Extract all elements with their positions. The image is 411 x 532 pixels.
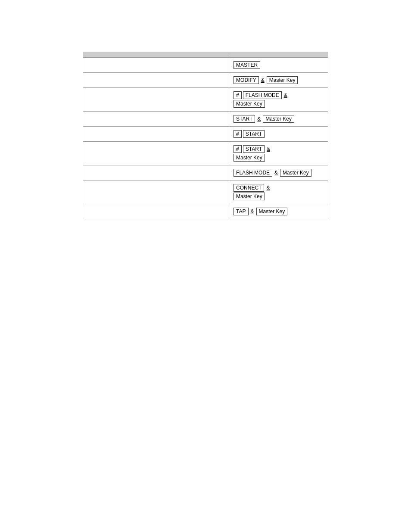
key-line-4-0: #START	[234, 130, 324, 138]
cell-right-2: #FLASH MODE&Master Key	[229, 88, 328, 112]
table-row: TAP&Master Key	[83, 204, 328, 219]
key-item-5-1-0: Master Key	[234, 154, 265, 162]
cell-right-8: TAP&Master Key	[229, 204, 328, 219]
key-line-5-0: #START&	[234, 145, 324, 153]
cell-right-1: MODIFY&Master Key	[229, 73, 328, 88]
cell-right-6: FLASH MODE&Master Key	[229, 165, 328, 180]
cell-left-1	[83, 73, 229, 88]
table-wrapper: MASTERMODIFY&Master Key#FLASH MODE&Maste…	[83, 52, 328, 219]
table-row: #FLASH MODE&Master Key	[83, 88, 328, 112]
table-row: #START	[83, 127, 328, 142]
main-table: MASTERMODIFY&Master Key#FLASH MODE&Maste…	[83, 52, 328, 219]
key-line-5-1: Master Key	[234, 154, 324, 162]
key-line-2-0: #FLASH MODE&	[234, 91, 324, 99]
cell-left-7	[83, 180, 229, 204]
key-line-7-0: CONNECT&	[234, 184, 324, 192]
cell-left-2	[83, 88, 229, 112]
key-item-0-0-0: MASTER	[234, 61, 260, 69]
col-header-left	[83, 52, 229, 58]
key-item-7-0-0: CONNECT	[234, 184, 264, 192]
cell-left-0	[83, 58, 229, 73]
cell-left-3	[83, 112, 229, 127]
cell-left-4	[83, 127, 229, 142]
key-line-3-0: START&Master Key	[234, 115, 324, 123]
key-line-2-1: Master Key	[234, 100, 324, 108]
key-item-8-0-0: TAP	[234, 208, 248, 215]
key-item-3-0-2: Master Key	[263, 115, 294, 123]
key-item-5-0-0: #	[234, 145, 242, 153]
cell-right-3: START&Master Key	[229, 112, 328, 127]
cell-right-4: #START	[229, 127, 328, 142]
key-item-8-0-1: &	[251, 208, 254, 215]
key-line-7-1: Master Key	[234, 193, 324, 200]
key-item-5-0-1: START	[243, 145, 265, 153]
key-item-3-0-0: START	[234, 115, 255, 123]
key-item-6-0-2: Master Key	[280, 169, 311, 177]
key-line-1-0: MODIFY&Master Key	[234, 76, 324, 84]
key-item-8-0-2: Master Key	[256, 208, 288, 215]
key-item-4-0-1: START	[243, 130, 265, 138]
cell-right-5: #START&Master Key	[229, 142, 328, 165]
table-row: MODIFY&Master Key	[83, 73, 328, 88]
key-item-1-0-2: Master Key	[267, 76, 298, 84]
key-line-8-0: TAP&Master Key	[234, 208, 324, 215]
key-item-6-0-0: FLASH MODE	[234, 169, 272, 177]
cell-left-5	[83, 142, 229, 165]
key-item-1-0-1: &	[261, 77, 265, 83]
table-row: MASTER	[83, 58, 328, 73]
key-item-7-1-0: Master Key	[234, 193, 265, 200]
cell-left-8	[83, 204, 229, 219]
key-item-2-0-1: FLASH MODE	[243, 91, 282, 99]
table-row: FLASH MODE&Master Key	[83, 165, 328, 180]
key-item-4-0-0: #	[234, 130, 242, 138]
key-item-6-0-1: &	[274, 170, 278, 176]
key-item-5-0-2: &	[267, 146, 270, 152]
key-line-6-0: FLASH MODE&Master Key	[234, 169, 324, 177]
key-item-2-0-2: &	[284, 92, 287, 98]
key-item-7-0-1: &	[266, 185, 270, 191]
key-line-0-0: MASTER	[234, 61, 324, 69]
page-container: MASTERMODIFY&Master Key#FLASH MODE&Maste…	[0, 0, 411, 254]
key-item-2-1-0: Master Key	[234, 100, 265, 108]
table-row: #START&Master Key	[83, 142, 328, 165]
cell-right-0: MASTER	[229, 58, 328, 73]
cell-left-6	[83, 165, 229, 180]
table-row: START&Master Key	[83, 112, 328, 127]
key-item-1-0-0: MODIFY	[234, 76, 259, 84]
col-header-right	[229, 52, 328, 58]
key-item-3-0-1: &	[257, 116, 261, 122]
cell-right-7: CONNECT&Master Key	[229, 180, 328, 204]
table-row: CONNECT&Master Key	[83, 180, 328, 204]
key-item-2-0-0: #	[234, 91, 242, 99]
